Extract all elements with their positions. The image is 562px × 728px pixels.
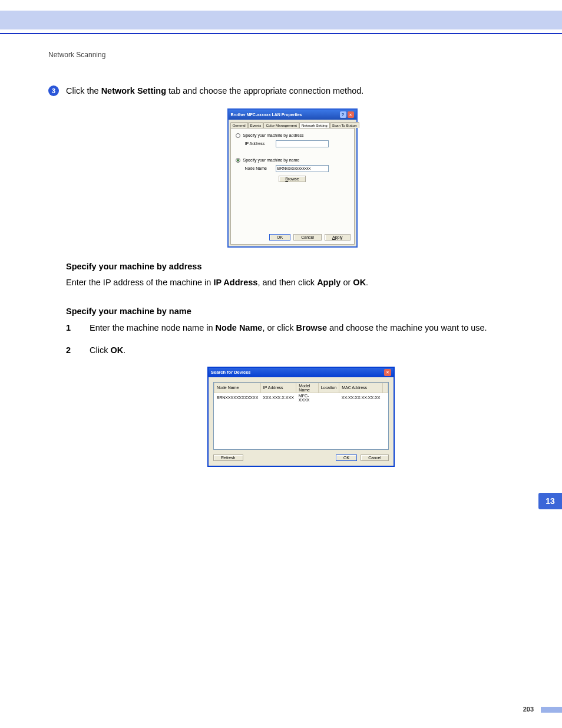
- step3-suffix: tab and choose the appropriate connectio…: [166, 86, 363, 95]
- ip-address-label: IP Address: [245, 141, 272, 146]
- col-node-name[interactable]: Node Name: [214, 383, 261, 393]
- tab-scan-to-button[interactable]: Scan To Button: [330, 122, 359, 128]
- addr-b1: IP Address: [213, 278, 257, 287]
- heading-by-name: Specify your machine by name: [66, 307, 536, 316]
- apply-button[interactable]: Apply: [325, 234, 351, 241]
- breadcrumb: Network Scanning: [48, 51, 536, 59]
- col-spacer: [383, 383, 388, 393]
- help-icon[interactable]: ?: [340, 111, 346, 118]
- addr-or: or: [340, 278, 353, 287]
- browse-button[interactable]: Browse: [279, 176, 305, 182]
- li2-p2: .: [123, 345, 125, 355]
- radio-by-name-label: Specify your machine by name: [243, 158, 300, 162]
- page-bar: [541, 707, 562, 713]
- node-name-label: Node Name: [245, 166, 272, 170]
- li2-p1: Click: [90, 345, 110, 355]
- step-badge-3: 3: [48, 85, 59, 96]
- tab-general[interactable]: General: [230, 122, 248, 128]
- li2-b1: OK: [110, 345, 123, 355]
- addr-p1: Enter the IP address of the machine in: [66, 278, 213, 287]
- list-item-2: Click OK.: [90, 344, 125, 357]
- col-location[interactable]: Location: [318, 383, 339, 393]
- step3-text: Click the Network Setting tab and choose…: [66, 85, 363, 98]
- list-num-1: 1: [66, 322, 73, 335]
- lan-properties-dialog: Brother MFC-xxxxxx LAN Properties ? × Ge…: [227, 108, 358, 248]
- radio-by-address[interactable]: [236, 133, 240, 138]
- cell-model: MFC-XXXX: [296, 393, 318, 403]
- col-mac-address[interactable]: MAC Address: [339, 383, 383, 393]
- addr-b3: OK: [353, 278, 366, 287]
- search-devices-dialog: Search for Devices × Node Name IP Addres…: [207, 367, 395, 467]
- addr-p2: , and then click: [257, 278, 317, 287]
- dialog2-titlebar: Search for Devices ×: [209, 368, 394, 377]
- li1-p3: and choose the machine you want to use.: [327, 323, 487, 332]
- step3-prefix: Click the: [66, 86, 101, 95]
- cancel-button[interactable]: Cancel: [293, 234, 322, 241]
- cell-location: [318, 393, 339, 403]
- cell-node: BRNXXXXXXXXXXXX: [214, 393, 261, 403]
- tab-color-management[interactable]: Color Management: [263, 122, 299, 128]
- paragraph-by-address: Enter the IP address of the machine in I…: [66, 276, 536, 289]
- radio-by-address-label: Specify your machine by address: [243, 133, 304, 137]
- cell-mac: XX:XX:XX:XX:XX:XX: [339, 393, 383, 403]
- list-num-2: 2: [66, 344, 73, 357]
- col-ip-address[interactable]: IP Address: [260, 383, 296, 393]
- dialog-body: Specify your machine by address IP Addre…: [230, 128, 355, 245]
- device-list[interactable]: Node Name IP Address Model Name Location…: [213, 382, 389, 450]
- refresh-button[interactable]: Refresh: [213, 454, 243, 461]
- col-model-name[interactable]: Model Name: [296, 383, 318, 393]
- header-underline: [0, 33, 562, 34]
- cancel-button[interactable]: Cancel: [361, 454, 389, 461]
- node-name-input[interactable]: BRNxxxxxxxxxxxx: [276, 165, 329, 172]
- ok-button[interactable]: OK: [269, 234, 290, 241]
- dialog-tabs: General Events Color Management Network …: [229, 120, 356, 128]
- tab-events[interactable]: Events: [248, 122, 264, 128]
- page-number: 203: [523, 706, 534, 713]
- li1-b2: Browse: [296, 323, 327, 332]
- dialog-title-text: Brother MFC-xxxxxx LAN Properties: [231, 113, 302, 117]
- list-item-1: Enter the machine node name in Node Name…: [90, 322, 487, 335]
- li1-p2: , or click: [262, 323, 296, 332]
- ok-button[interactable]: OK: [336, 454, 357, 461]
- close-icon[interactable]: ×: [348, 111, 354, 118]
- dialog2-title-text: Search for Devices: [211, 370, 251, 375]
- header-band: [0, 11, 562, 29]
- close-icon[interactable]: ×: [384, 369, 391, 376]
- step3-bold: Network Setting: [101, 86, 166, 95]
- cell-ip: XXX.XXX.X.XXX: [260, 393, 296, 403]
- chapter-tab: 13: [538, 493, 562, 509]
- heading-by-address: Specify your machine by address: [66, 262, 536, 271]
- ip-address-input[interactable]: [276, 140, 329, 147]
- li1-p1: Enter the machine node name in: [90, 323, 216, 332]
- dialog-titlebar: Brother MFC-xxxxxx LAN Properties ? ×: [229, 110, 356, 120]
- addr-end: .: [366, 278, 368, 287]
- addr-b2: Apply: [317, 278, 340, 287]
- li1-b1: Node Name: [216, 323, 263, 332]
- table-row[interactable]: BRNXXXXXXXXXXXX XXX.XXX.X.XXX MFC-XXXX X…: [214, 393, 388, 403]
- radio-by-name[interactable]: [236, 158, 240, 163]
